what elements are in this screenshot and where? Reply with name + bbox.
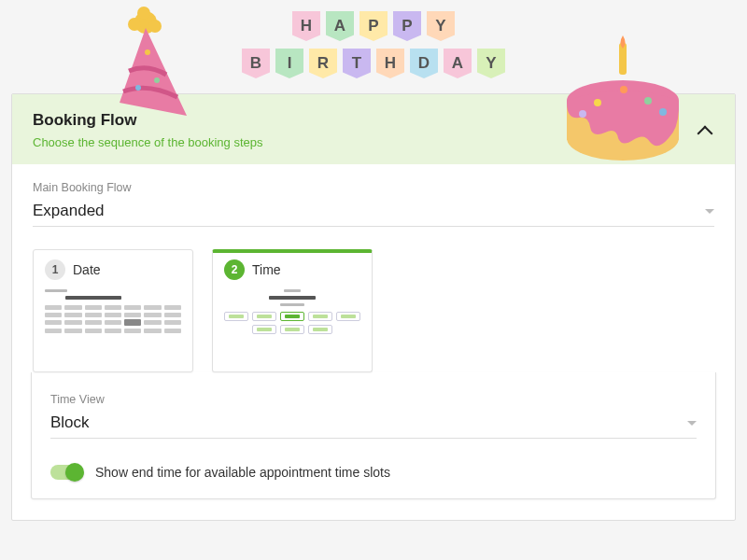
caret-down-icon (687, 421, 697, 426)
banner-flag: H (376, 49, 404, 78)
banner-flag: D (410, 49, 438, 78)
banner-flag: A (326, 11, 354, 41)
happy-banner-row-2: BIRTHDAY (242, 49, 505, 78)
banner-flag: I (275, 49, 303, 78)
banner-flag: A (444, 49, 472, 78)
svg-point-2 (148, 20, 162, 33)
svg-point-5 (145, 49, 150, 55)
chevron-up-icon (698, 126, 713, 142)
banner-flag: R (309, 49, 337, 78)
svg-point-3 (137, 7, 150, 20)
step-title: Date (73, 262, 101, 277)
collapse-button[interactable] (694, 120, 716, 143)
happy-banner-row-1: HAPPY (292, 11, 455, 41)
svg-point-14 (620, 86, 627, 93)
panel-body: Main Booking Flow Expanded 1 Date (12, 164, 735, 520)
svg-point-7 (135, 85, 141, 91)
time-options-subpanel: Time View Block Show end time for availa… (31, 372, 716, 499)
step-title: Time (252, 262, 281, 277)
step-cards: 1 Date 2 Time (33, 249, 714, 372)
banner-flag: H (292, 11, 320, 41)
svg-rect-8 (619, 43, 627, 75)
step-card-date[interactable]: 1 Date (33, 249, 193, 372)
end-time-toggle[interactable] (50, 465, 82, 480)
banner-flag: Y (427, 11, 455, 41)
time-preview-icon (224, 289, 360, 334)
step-card-time[interactable]: 2 Time (212, 249, 373, 372)
banner-flag: T (343, 49, 371, 78)
caret-down-icon (705, 209, 714, 214)
end-time-toggle-row: Show end time for available appointment … (50, 465, 697, 480)
step-number: 2 (224, 259, 245, 280)
end-time-toggle-label: Show end time for available appointment … (95, 465, 390, 480)
toggle-knob-icon (65, 463, 84, 482)
svg-point-0 (134, 11, 157, 34)
panel-header: Booking Flow Choose the sequence of the … (12, 94, 735, 164)
svg-point-6 (154, 77, 160, 83)
booking-flow-panel: Booking Flow Choose the sequence of the … (11, 93, 736, 521)
main-flow-label: Main Booking Flow (33, 181, 714, 194)
time-view-value: Block (50, 413, 90, 432)
date-preview-icon (45, 289, 181, 333)
time-view-select[interactable]: Block (50, 410, 697, 439)
panel-title: Booking Flow (33, 111, 714, 130)
banner-flag: P (359, 11, 388, 41)
banner-flag: Y (477, 49, 505, 78)
banner-flag: P (393, 11, 421, 41)
banner-flag: B (242, 49, 270, 78)
main-flow-select[interactable]: Expanded (33, 198, 714, 227)
main-flow-value: Expanded (33, 202, 105, 220)
time-view-label: Time View (50, 393, 697, 406)
step-number: 1 (45, 259, 65, 280)
panel-subtitle: Choose the sequence of the booking steps (33, 135, 714, 149)
svg-point-1 (128, 18, 141, 31)
